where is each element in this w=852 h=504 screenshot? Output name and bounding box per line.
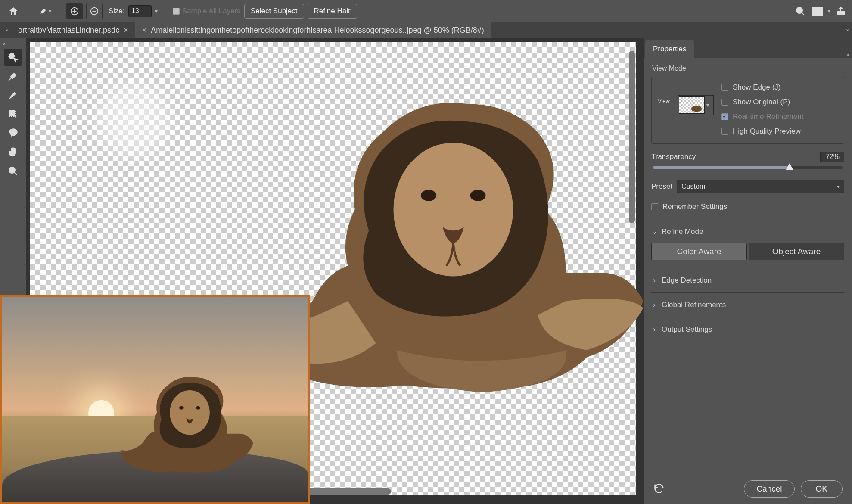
svg-line-12 (14, 172, 17, 175)
preset-label: Preset (651, 182, 672, 191)
high-quality-preview-checkbox[interactable]: High Quality Preview (721, 127, 803, 136)
ok-button[interactable]: OK (801, 480, 843, 498)
svg-point-17 (179, 406, 184, 410)
object-selection-tool[interactable] (4, 106, 22, 123)
size-label: Size: (109, 7, 125, 16)
cancel-button[interactable]: Cancel (744, 480, 794, 498)
reset-icon[interactable] (653, 482, 666, 495)
search-icon[interactable] (793, 4, 807, 18)
chevron-right-icon: › (651, 301, 657, 309)
chevron-down-icon: ⌄ (651, 227, 657, 236)
refine-mode-header[interactable]: ⌄ Refine Mode (651, 227, 844, 236)
transparency-value[interactable]: 72% (820, 152, 844, 162)
chevron-right-icon: › (651, 276, 657, 285)
expand-tabs-icon[interactable]: » (3, 22, 11, 38)
options-bar: ▾ Size: ▾ Sample All Layers Select Subje… (0, 0, 852, 22)
svg-point-18 (196, 406, 200, 410)
document-tabs: » ortraitbyMatthiasLindner.psdc × × Amal… (0, 22, 852, 38)
checkbox-icon[interactable] (173, 8, 180, 15)
remember-settings-checkbox[interactable]: Remember Settings (651, 202, 844, 211)
preset-select[interactable]: Custom ▾ (677, 180, 844, 193)
chevron-down-icon[interactable]: ▾ (155, 8, 158, 14)
view-mode-heading: View Mode (652, 65, 844, 72)
preset-value: Custom (681, 183, 705, 190)
view-mode-box: View ▾ Show Edge (J) Show Original (P) R… (651, 77, 844, 144)
view-thumbnail (679, 96, 705, 114)
view-label: View (658, 98, 670, 104)
svg-point-5 (796, 7, 802, 13)
zoom-tool[interactable] (4, 162, 22, 180)
quick-selection-tool[interactable] (4, 49, 22, 66)
subtract-from-selection-button[interactable] (86, 3, 103, 19)
original-photo-inset (0, 295, 310, 504)
home-button[interactable] (4, 3, 22, 19)
hand-tool[interactable] (4, 143, 22, 161)
realtime-refinement-checkbox[interactable]: Real-time Refinement (721, 112, 803, 121)
svg-point-14 (421, 190, 436, 201)
view-thumbnail-picker[interactable]: ▾ (678, 95, 714, 115)
output-settings-header[interactable]: › Output Settings (651, 325, 844, 334)
chevron-down-icon: ▾ (49, 8, 51, 14)
select-subject-button[interactable]: Select Subject (244, 4, 304, 19)
chevron-right-icon: › (651, 325, 657, 334)
properties-tab[interactable]: Properties (645, 40, 694, 58)
svg-point-15 (470, 190, 486, 201)
collapse-toolbar-icon[interactable]: » (0, 40, 6, 47)
show-edge-checkbox[interactable]: Show Edge (J) (721, 83, 803, 92)
close-icon[interactable]: × (142, 26, 147, 35)
workspace-switcher-icon[interactable] (811, 4, 824, 18)
edge-detection-header[interactable]: › Edge Detection (651, 276, 844, 285)
tab-label: ortraitbyMatthiasLindner.psdc (18, 26, 119, 35)
brush-size-input[interactable] (128, 5, 152, 17)
share-icon[interactable] (834, 4, 848, 18)
transparency-label: Transparency (651, 152, 696, 161)
close-icon[interactable]: × (124, 26, 128, 35)
lion-original (110, 373, 265, 476)
lasso-tool[interactable] (4, 124, 22, 142)
transparency-slider[interactable] (653, 166, 843, 169)
chevron-down-icon: ▾ (837, 184, 840, 190)
chevron-down-icon: ▾ (706, 102, 709, 108)
document-tab-2[interactable]: × Amalelionissittingonthetopoftherockloo… (135, 22, 491, 38)
brush-preset-picker[interactable]: ▾ (33, 3, 56, 19)
add-to-selection-button[interactable] (66, 3, 83, 19)
object-aware-button[interactable]: Object Aware (749, 243, 844, 260)
color-aware-button[interactable]: Color Aware (651, 243, 747, 260)
sample-all-layers-checkbox[interactable]: Sample All Layers (173, 7, 241, 16)
global-refinements-header[interactable]: › Global Refinements (651, 301, 844, 309)
vertical-scrollbar[interactable] (629, 51, 635, 223)
refine-hair-button[interactable]: Refine Hair (308, 4, 357, 19)
tab-label: Amalelionissittingonthetopoftherocklooki… (151, 26, 484, 35)
properties-panel: Properties » View Mode View ▾ Show Edge … (644, 38, 852, 504)
overflow-tabs-icon[interactable]: » (843, 22, 852, 38)
chevron-down-icon[interactable]: ▾ (828, 8, 830, 14)
brush-tool[interactable] (4, 87, 22, 104)
svg-line-6 (802, 12, 804, 15)
refine-edge-brush-tool[interactable] (4, 68, 22, 85)
svg-point-16 (170, 390, 210, 435)
svg-point-13 (394, 143, 513, 276)
document-tab-1[interactable]: ortraitbyMatthiasLindner.psdc × (11, 22, 135, 38)
svg-point-11 (9, 167, 15, 173)
svg-rect-7 (813, 7, 822, 15)
panel-footer: Cancel OK (644, 473, 852, 504)
panel-overflow-icon[interactable]: » (843, 51, 852, 58)
selection-brush-stroke (86, 72, 181, 167)
show-original-checkbox[interactable]: Show Original (P) (721, 98, 803, 106)
sample-all-layers-label: Sample All Layers (182, 7, 241, 16)
slider-knob-icon[interactable] (786, 163, 793, 170)
